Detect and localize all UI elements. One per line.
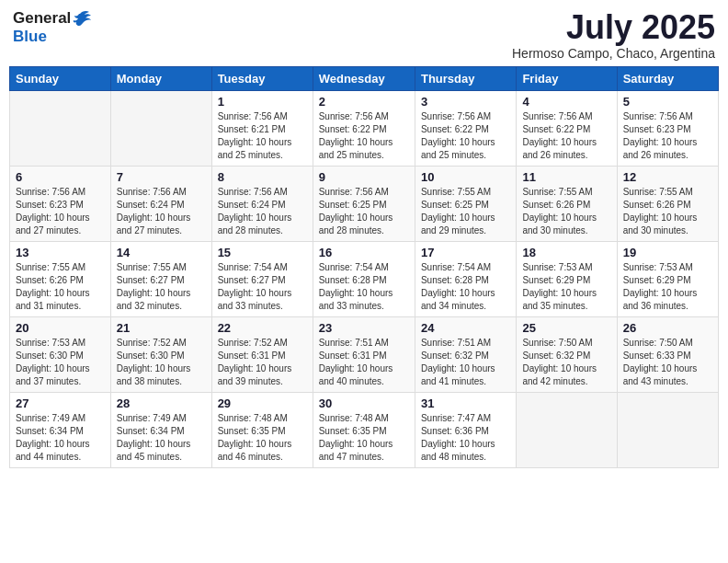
day-number: 8 [218,170,307,184]
calendar-cell: 26Sunrise: 7:50 AM Sunset: 6:33 PM Dayli… [617,316,718,392]
calendar-cell: 3Sunrise: 7:56 AM Sunset: 6:22 PM Daylig… [415,90,516,166]
day-info: Sunrise: 7:47 AM Sunset: 6:36 PM Dayligh… [421,412,510,464]
day-number: 3 [421,95,510,109]
day-info: Sunrise: 7:55 AM Sunset: 6:26 PM Dayligh… [16,261,105,313]
day-info: Sunrise: 7:56 AM Sunset: 6:23 PM Dayligh… [16,186,105,237]
day-number: 18 [522,246,610,259]
day-info: Sunrise: 7:51 AM Sunset: 6:32 PM Dayligh… [421,337,510,388]
day-info: Sunrise: 7:52 AM Sunset: 6:31 PM Dayligh… [218,337,307,388]
calendar-cell: 18Sunrise: 7:53 AM Sunset: 6:29 PM Dayli… [517,241,617,316]
weekday-header-saturday: Saturday [617,66,718,90]
day-number: 25 [522,321,610,335]
calendar-cell: 15Sunrise: 7:54 AM Sunset: 6:27 PM Dayli… [211,241,313,316]
day-info: Sunrise: 7:55 AM Sunset: 6:27 PM Dayligh… [117,261,206,313]
day-number: 30 [319,396,409,410]
weekday-header-thursday: Thursday [415,66,516,90]
calendar-week-2: 6Sunrise: 7:56 AM Sunset: 6:23 PM Daylig… [10,166,719,241]
day-number: 15 [218,246,307,259]
day-info: Sunrise: 7:56 AM Sunset: 6:22 PM Dayligh… [319,110,409,162]
day-info: Sunrise: 7:56 AM Sunset: 6:22 PM Dayligh… [522,110,610,162]
day-number: 22 [218,321,307,335]
day-number: 13 [16,246,105,259]
day-number: 2 [319,95,409,109]
calendar-cell: 24Sunrise: 7:51 AM Sunset: 6:32 PM Dayli… [415,316,516,392]
calendar-cell: 10Sunrise: 7:55 AM Sunset: 6:25 PM Dayli… [415,166,516,241]
day-number: 10 [421,170,510,184]
logo-blue: Blue [13,28,47,46]
day-number: 20 [16,321,105,335]
day-number: 28 [117,396,206,410]
calendar-cell [517,392,617,467]
calendar-cell: 1Sunrise: 7:56 AM Sunset: 6:21 PM Daylig… [211,90,313,166]
calendar-cell: 5Sunrise: 7:56 AM Sunset: 6:23 PM Daylig… [617,90,718,166]
day-info: Sunrise: 7:48 AM Sunset: 6:35 PM Dayligh… [319,412,409,464]
weekday-header-tuesday: Tuesday [211,66,313,90]
day-info: Sunrise: 7:56 AM Sunset: 6:24 PM Dayligh… [117,186,206,237]
calendar-cell: 16Sunrise: 7:54 AM Sunset: 6:28 PM Dayli… [313,241,415,316]
day-number: 26 [623,321,712,335]
calendar-cell: 25Sunrise: 7:50 AM Sunset: 6:32 PM Dayli… [517,316,617,392]
day-number: 14 [117,246,206,259]
day-info: Sunrise: 7:49 AM Sunset: 6:34 PM Dayligh… [16,412,105,464]
calendar-cell: 14Sunrise: 7:55 AM Sunset: 6:27 PM Dayli… [110,241,211,316]
calendar-cell: 23Sunrise: 7:51 AM Sunset: 6:31 PM Dayli… [313,316,415,392]
day-info: Sunrise: 7:55 AM Sunset: 6:25 PM Dayligh… [421,186,510,237]
day-number: 4 [522,95,610,109]
day-info: Sunrise: 7:53 AM Sunset: 6:30 PM Dayligh… [16,337,105,388]
day-number: 7 [117,170,206,184]
calendar-cell: 9Sunrise: 7:56 AM Sunset: 6:25 PM Daylig… [313,166,415,241]
calendar-cell: 12Sunrise: 7:55 AM Sunset: 6:26 PM Dayli… [617,166,718,241]
day-info: Sunrise: 7:51 AM Sunset: 6:31 PM Dayligh… [319,337,409,388]
weekday-header-friday: Friday [517,66,617,90]
day-info: Sunrise: 7:48 AM Sunset: 6:35 PM Dayligh… [218,412,307,464]
logo: General Blue [13,9,93,46]
calendar-cell: 8Sunrise: 7:56 AM Sunset: 6:24 PM Daylig… [211,166,313,241]
location: Hermoso Campo, Chaco, Argentina [512,46,715,61]
title-section: July 2025 Hermoso Campo, Chaco, Argentin… [512,9,715,61]
day-number: 9 [319,170,409,184]
day-info: Sunrise: 7:55 AM Sunset: 6:26 PM Dayligh… [623,186,712,237]
calendar-cell [10,90,111,166]
calendar-cell: 27Sunrise: 7:49 AM Sunset: 6:34 PM Dayli… [10,392,111,467]
calendar-cell: 22Sunrise: 7:52 AM Sunset: 6:31 PM Dayli… [211,316,313,392]
page-header: General Blue July 2025 Hermoso Campo, Ch… [9,9,719,61]
calendar-cell: 17Sunrise: 7:54 AM Sunset: 6:28 PM Dayli… [415,241,516,316]
calendar-cell: 4Sunrise: 7:56 AM Sunset: 6:22 PM Daylig… [517,90,617,166]
day-info: Sunrise: 7:56 AM Sunset: 6:23 PM Dayligh… [623,110,712,162]
calendar-table: SundayMondayTuesdayWednesdayThursdayFrid… [9,66,719,468]
day-number: 16 [319,246,409,259]
day-number: 11 [522,170,610,184]
calendar-cell: 11Sunrise: 7:55 AM Sunset: 6:26 PM Dayli… [517,166,617,241]
calendar-week-4: 20Sunrise: 7:53 AM Sunset: 6:30 PM Dayli… [10,316,719,392]
day-info: Sunrise: 7:52 AM Sunset: 6:30 PM Dayligh… [117,337,206,388]
day-info: Sunrise: 7:56 AM Sunset: 6:25 PM Dayligh… [319,186,409,237]
day-number: 31 [421,396,510,410]
day-info: Sunrise: 7:56 AM Sunset: 6:21 PM Dayligh… [218,110,307,162]
calendar-cell: 29Sunrise: 7:48 AM Sunset: 6:35 PM Dayli… [211,392,313,467]
month-title: July 2025 [512,9,715,46]
calendar-cell: 21Sunrise: 7:52 AM Sunset: 6:30 PM Dayli… [110,316,211,392]
calendar-cell: 19Sunrise: 7:53 AM Sunset: 6:29 PM Dayli… [617,241,718,316]
day-info: Sunrise: 7:49 AM Sunset: 6:34 PM Dayligh… [117,412,206,464]
day-number: 23 [319,321,409,335]
day-number: 12 [623,170,712,184]
calendar-cell: 20Sunrise: 7:53 AM Sunset: 6:30 PM Dayli… [10,316,111,392]
calendar-cell: 6Sunrise: 7:56 AM Sunset: 6:23 PM Daylig… [10,166,111,241]
day-number: 29 [218,396,307,410]
logo-bird-icon [73,10,93,27]
day-number: 6 [16,170,105,184]
weekday-header-sunday: Sunday [10,66,111,90]
day-number: 5 [623,95,712,109]
day-info: Sunrise: 7:54 AM Sunset: 6:28 PM Dayligh… [421,261,510,313]
day-info: Sunrise: 7:55 AM Sunset: 6:26 PM Dayligh… [522,186,610,237]
day-number: 21 [117,321,206,335]
day-info: Sunrise: 7:53 AM Sunset: 6:29 PM Dayligh… [522,261,610,313]
day-info: Sunrise: 7:50 AM Sunset: 6:32 PM Dayligh… [522,337,610,388]
day-info: Sunrise: 7:50 AM Sunset: 6:33 PM Dayligh… [623,337,712,388]
calendar-cell: 2Sunrise: 7:56 AM Sunset: 6:22 PM Daylig… [313,90,415,166]
day-info: Sunrise: 7:56 AM Sunset: 6:24 PM Dayligh… [218,186,307,237]
day-number: 24 [421,321,510,335]
day-number: 27 [16,396,105,410]
calendar-week-1: 1Sunrise: 7:56 AM Sunset: 6:21 PM Daylig… [10,90,719,166]
day-number: 19 [623,246,712,259]
